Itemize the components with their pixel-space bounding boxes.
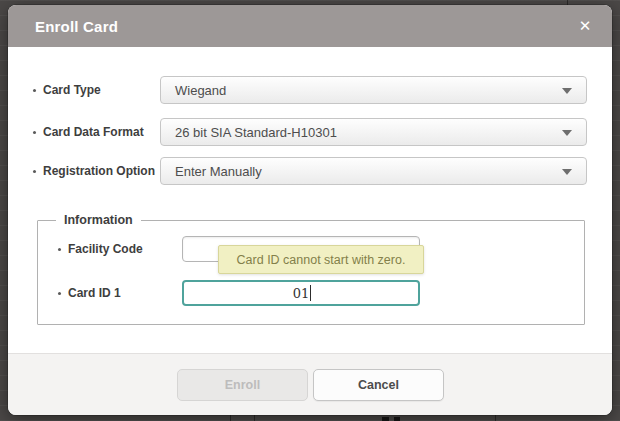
dialog-footer: Enroll Cancel [8, 353, 612, 415]
card-data-format-value: 26 bit SIA Standard-H10301 [161, 125, 337, 140]
enroll-card-dialog: Enroll Card ✕ Card Type Wiegand Card Dat… [8, 5, 612, 415]
registration-option-dropdown[interactable]: Enter Manually [160, 157, 587, 185]
card-data-format-dropdown[interactable]: 26 bit SIA Standard-H10301 [160, 118, 587, 146]
cancel-button[interactable]: Cancel [313, 369, 444, 401]
background-table-line [254, 415, 255, 421]
dialog-header: Enroll Card ✕ [8, 5, 612, 47]
card-id-input[interactable] [182, 280, 420, 306]
bullet-icon [33, 131, 36, 134]
enroll-button[interactable]: Enroll [177, 369, 308, 401]
background-table-line [230, 415, 231, 421]
card-type-row: Card Type Wiegand [8, 76, 612, 104]
chevron-down-icon [562, 88, 572, 94]
bullet-icon [33, 89, 36, 92]
registration-option-label: Registration Option [33, 157, 155, 185]
dialog-title: Enroll Card [8, 18, 118, 35]
background-table-text [394, 417, 400, 421]
chevron-down-icon [562, 130, 572, 136]
information-legend: Information [56, 213, 141, 227]
bullet-icon [58, 248, 61, 251]
registration-option-row: Registration Option Enter Manually [8, 157, 612, 185]
validation-message: Card ID cannot start with zero. [237, 253, 406, 267]
card-type-value: Wiegand [161, 83, 226, 98]
card-type-dropdown[interactable]: Wiegand [160, 76, 587, 104]
card-data-format-row: Card Data Format 26 bit SIA Standard-H10… [8, 118, 612, 146]
bullet-icon [33, 170, 36, 173]
registration-option-value: Enter Manually [161, 164, 262, 179]
card-data-format-label: Card Data Format [33, 118, 155, 146]
validation-tooltip: Card ID cannot start with zero. [218, 245, 424, 274]
bullet-icon [58, 292, 61, 295]
facility-code-label: Facility Code [58, 236, 178, 262]
close-button[interactable]: ✕ [572, 13, 598, 39]
close-icon: ✕ [579, 17, 592, 34]
background-table-text [382, 417, 389, 421]
chevron-down-icon [562, 169, 572, 175]
card-type-label: Card Type [33, 76, 155, 104]
background-table-line [495, 415, 496, 421]
card-id-label: Card ID 1 [58, 280, 178, 306]
text-cursor [310, 285, 311, 301]
